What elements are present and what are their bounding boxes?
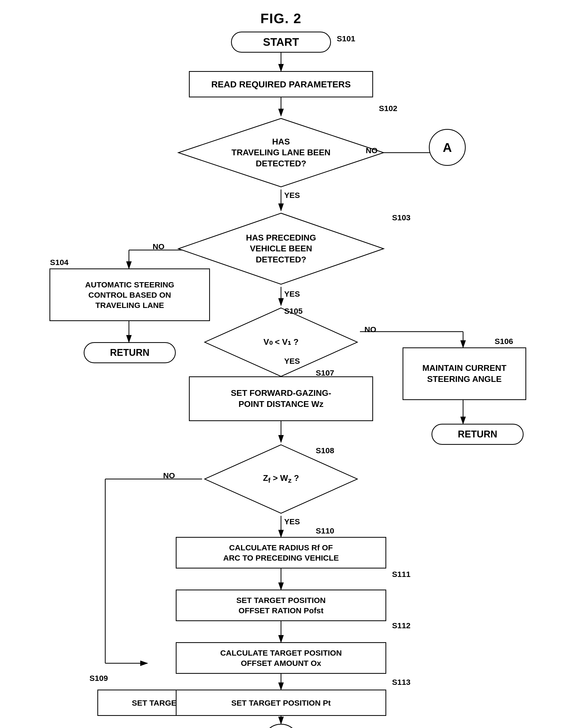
set-target2-node: SET TARGET POSITION Pt (176, 690, 386, 716)
s111-label: S111 (392, 570, 410, 579)
yes-zf-label: YES (284, 517, 300, 526)
set-fgp-node: SET FORWARD-GAZING- POINT DISTANCE Wz (189, 376, 373, 421)
d-preceding-text: HAS PRECEDINGVEHICLE BEENDETECTED? (246, 232, 316, 265)
d-zf-text: Zf > Wz ? (263, 473, 299, 485)
s104-label: S104 (50, 258, 68, 267)
auto-steer-node: AUTOMATIC STEERING CONTROL BASED ON TRAV… (49, 268, 210, 321)
d-speed-text: V₀ < V₁ ? (264, 337, 298, 348)
s102-label: S102 (379, 104, 397, 113)
return2-node: RETURN (431, 424, 524, 445)
read-params-node: READ REQUIRED PARAMETERS (189, 71, 373, 97)
s109-label: S109 (90, 674, 108, 683)
yes-speed-label: YES (284, 357, 300, 366)
s107-label: S107 (316, 368, 334, 377)
d-speed-node: V₀ < V₁ ? (202, 305, 360, 379)
return1-node: RETURN (84, 342, 176, 363)
s101-label: S101 (337, 34, 355, 43)
yes-preceding-label: YES (284, 290, 300, 298)
diagram-container: FIG. 2 (0, 0, 562, 728)
s113-label: S113 (392, 678, 410, 687)
d-traveling-text: HASTRAVELING LANE BEENDETECTED? (232, 136, 330, 169)
d-traveling-node: HASTRAVELING LANE BEENDETECTED? (176, 116, 386, 190)
circle-a-node: A (429, 129, 466, 166)
no-traveling-label: NO (366, 146, 377, 155)
s105-label: S105 (284, 307, 302, 316)
d-zf-node: Zf > Wz ? (202, 442, 360, 516)
calc-offset-node: CALCULATE TARGET POSITION OFFSET AMOUNT … (176, 642, 386, 674)
s108-label: S108 (316, 446, 334, 455)
no-speed-label: NO (364, 325, 376, 334)
s106-label: S106 (495, 337, 513, 346)
s112-label: S112 (392, 621, 410, 630)
no-preceding-label: NO (153, 242, 165, 251)
start-node: START (231, 32, 331, 53)
maintain-steer-node: MAINTAIN CURRENT STEERING ANGLE (402, 347, 526, 400)
calc-radius-node: CALCULATE RADIUS Rf OF ARC TO PRECEDING … (176, 537, 386, 569)
yes-traveling-label: YES (284, 191, 300, 200)
s103-label: S103 (392, 213, 410, 222)
set-offset-ratio-node: SET TARGET POSITION OFFSET RATION Pofst (176, 590, 386, 621)
s110-label: S110 (316, 526, 334, 535)
no-zf-label: NO (163, 471, 175, 480)
